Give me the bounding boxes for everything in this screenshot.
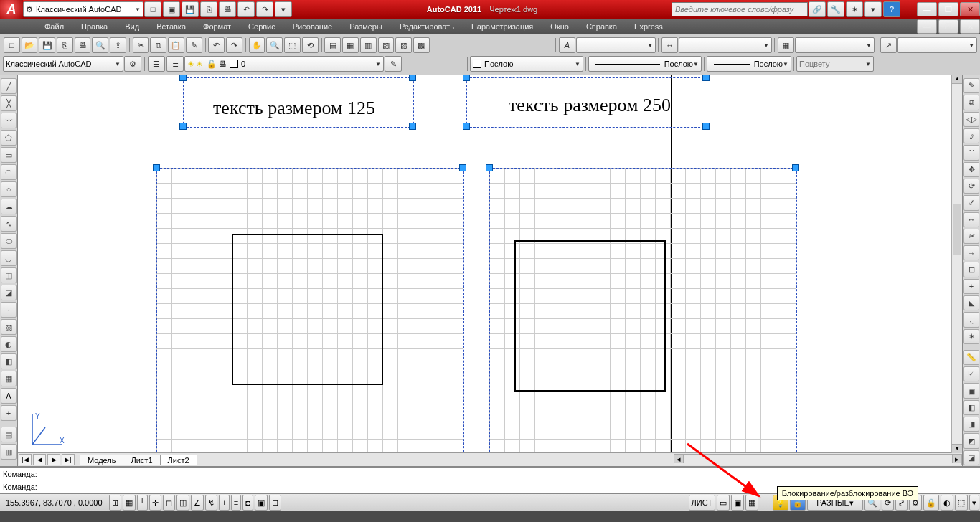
exchange-icon[interactable]: ✶	[846, 1, 863, 17]
layer-dropdown[interactable]: ☀☀🔓🖶 0 ▼	[184, 56, 384, 72]
ribbon1-icon[interactable]: ▤	[1, 427, 17, 442]
grip[interactable]	[463, 123, 470, 130]
circle-icon[interactable]: ○	[1, 181, 17, 197]
tb-table-icon[interactable]: ▦	[778, 37, 794, 53]
tb-dc-icon[interactable]: ▦	[342, 37, 359, 53]
tb-markup-icon[interactable]: ▨	[395, 37, 412, 53]
grip[interactable]	[702, 75, 710, 81]
sb-3dosnap-icon[interactable]: ◫	[176, 495, 189, 511]
drawing-canvas[interactable]: тексть размером 125 тексть размером 250	[18, 75, 962, 466]
menu-insert[interactable]: Вставка	[148, 19, 194, 34]
tb-tp-icon[interactable]: ▥	[360, 37, 377, 53]
grip[interactable]	[179, 75, 187, 81]
sb-qp-icon[interactable]: ▣	[255, 495, 268, 511]
menu-format[interactable]: Формат	[194, 19, 240, 34]
help-icon[interactable]: ?	[883, 1, 900, 17]
tb-zoomprev-icon[interactable]: ⟲	[302, 37, 319, 53]
doc-restore-icon[interactable]: ❐	[938, 19, 958, 34]
workspace-dropdown[interactable]: Классический AutoCAD▼	[3, 56, 123, 72]
tab-nav-next[interactable]: ▶	[47, 454, 60, 465]
ribbon2-icon[interactable]: ▥	[1, 444, 17, 460]
sb-polar-icon[interactable]: ✛	[149, 495, 161, 511]
menu-help[interactable]: Справка	[578, 19, 626, 34]
polygon-icon[interactable]: ⬠	[1, 130, 17, 146]
layerstate-icon[interactable]: ≣	[166, 56, 184, 72]
doc-minimize-icon[interactable]: —	[917, 19, 937, 34]
menu-window[interactable]: Окно	[542, 19, 578, 34]
tb-qcalc-icon[interactable]: ▩	[413, 37, 430, 53]
point-icon[interactable]: ·	[1, 302, 17, 318]
group-icon[interactable]: ▣	[963, 383, 979, 398]
tb-undo-icon[interactable]: ↶	[208, 37, 225, 53]
tb-save-icon[interactable]: 💾	[39, 37, 55, 53]
mirror-icon[interactable]: ◁▷	[963, 112, 979, 127]
sb-iso-icon[interactable]: ⬚	[955, 495, 968, 511]
tb-copy-icon[interactable]: ⧉	[150, 37, 166, 53]
tb-saveas-icon[interactable]: ⎘	[57, 37, 73, 53]
tab-nav-prev[interactable]: ◀	[33, 454, 46, 465]
menu-express[interactable]: Express	[626, 19, 672, 34]
tab-sheet2[interactable]: Лист2	[160, 455, 197, 465]
tb-match-icon[interactable]: ✎	[186, 37, 202, 53]
qat-more-icon[interactable]: ▾	[275, 1, 292, 17]
menu-file[interactable]: Файл	[36, 19, 72, 34]
sb-tpy-icon[interactable]: ◘	[242, 495, 253, 511]
textstyle-dropdown[interactable]: ▼	[576, 37, 656, 53]
3d4-icon[interactable]: ◪	[963, 450, 979, 465]
offset-icon[interactable]: ⫽	[963, 128, 979, 143]
tab-sheet1[interactable]: Лист1	[123, 455, 160, 465]
qselect-icon[interactable]: ☑	[963, 366, 979, 381]
sb-osnap-icon[interactable]: ◻	[163, 495, 175, 511]
addsel-icon[interactable]: +	[1, 405, 17, 421]
break-icon[interactable]: ⊟	[963, 262, 979, 277]
workspace-dropdown-qat[interactable]: ⚙ Классический AutoCAD ▼	[23, 1, 143, 17]
doc-close-icon[interactable]: ✕	[960, 19, 980, 34]
tb-zoom-icon[interactable]: 🔍	[266, 37, 283, 53]
sb-grid-icon[interactable]: ▦	[123, 495, 136, 511]
layerprops-icon[interactable]: ☰	[148, 56, 165, 72]
grip[interactable]	[792, 164, 799, 171]
table-icon[interactable]: ▦	[1, 371, 17, 386]
lineweight-dropdown[interactable]: Послою▼	[707, 56, 791, 72]
tb-paste-icon[interactable]: 📋	[168, 37, 184, 53]
window-minimize-icon[interactable]: —	[917, 2, 937, 16]
tb-ssm-icon[interactable]: ▧	[378, 37, 395, 53]
sb-lwt-icon[interactable]: ≡	[231, 495, 241, 511]
plotstyle-dropdown[interactable]: Поцвету▼	[796, 56, 874, 72]
revcloud-icon[interactable]: ☁	[1, 199, 17, 214]
grip[interactable]	[463, 75, 470, 81]
grip[interactable]	[179, 123, 187, 130]
ellipse-icon[interactable]: ⬭	[1, 233, 17, 249]
sb-layout2-icon[interactable]: ▣	[731, 495, 744, 511]
sb-otrack-icon[interactable]: ∠	[191, 495, 204, 511]
sb-paper[interactable]: ЛИСТ	[689, 495, 715, 511]
join-icon[interactable]: +	[963, 279, 979, 294]
tab-nav-first[interactable]: |◀	[19, 454, 32, 465]
search-input[interactable]	[672, 2, 808, 16]
window-close-icon[interactable]: ✕	[960, 2, 980, 16]
explode-icon[interactable]: ✶	[963, 329, 979, 344]
trim-icon[interactable]: ✂	[963, 229, 979, 244]
gradient-icon[interactable]: ◐	[1, 336, 17, 352]
dimstyle-dropdown[interactable]: ▼	[679, 37, 772, 53]
insert-icon[interactable]: ◫	[1, 267, 17, 283]
sb-toolbar-icon[interactable]: 🔒	[923, 495, 939, 511]
qat-save-icon[interactable]: 💾	[182, 1, 199, 17]
tb-mtext-icon[interactable]: A	[559, 37, 575, 53]
arc-icon[interactable]: ◠	[1, 164, 17, 180]
tb-preview-icon[interactable]: 🔍	[92, 37, 108, 53]
qat-saveas-icon[interactable]: ⎘	[200, 1, 217, 17]
tablestyle-dropdown[interactable]: ▼	[795, 37, 875, 53]
hatch-icon[interactable]: ▨	[1, 319, 17, 335]
array-icon[interactable]: ∷	[963, 145, 979, 160]
sb-layout1-icon[interactable]: ▭	[717, 495, 730, 511]
3d2-icon[interactable]: ◨	[963, 417, 979, 432]
tb-props-icon[interactable]: ▤	[324, 37, 341, 53]
layermatch-icon[interactable]: ✎	[385, 56, 402, 72]
scale-icon[interactable]: ⤢	[963, 195, 979, 210]
copy-icon[interactable]: ⧉	[963, 95, 979, 110]
grip[interactable]	[486, 164, 493, 171]
move-icon[interactable]: ✥	[963, 162, 979, 177]
qat-redo-icon[interactable]: ↷	[256, 1, 273, 17]
tb-pan-icon[interactable]: ✋	[249, 37, 265, 53]
